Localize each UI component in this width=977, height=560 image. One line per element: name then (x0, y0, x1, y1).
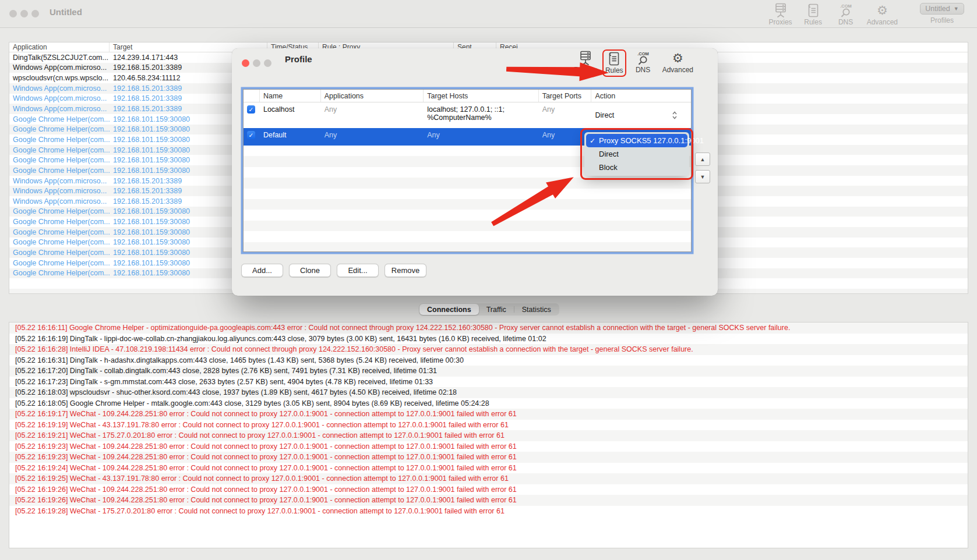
connection-app: Google Chrome Helper(com... (9, 166, 110, 175)
connection-app: Google Chrome Helper(com... (9, 228, 110, 236)
dialog-minimize-button[interactable] (253, 59, 260, 67)
profiles-dropdown-value: Untitled (925, 5, 950, 13)
view-tabs: ConnectionsTrafficStatistics (419, 303, 559, 316)
dialog-toolbar-label-rules: Rules (605, 67, 623, 75)
rules-column-header[interactable]: Target Ports (539, 90, 592, 102)
check-icon: ✓ (590, 137, 595, 145)
log-entry: [05.22 16:19:28] WeChat - 175.27.0.201:8… (9, 506, 968, 517)
minimize-button[interactable] (20, 10, 28, 17)
main-toolbar-item-rules[interactable]: Rules (802, 3, 825, 26)
tab-connections[interactable]: Connections (419, 304, 479, 315)
profiles-dropdown[interactable]: Untitled ▼ (920, 3, 964, 15)
remove-button[interactable]: Remove (385, 264, 426, 277)
log-entry: [05.22 16:19:26] WeChat - 109.244.228.25… (9, 495, 968, 506)
rule-action: Direct (591, 102, 691, 128)
log-entry: [05.22 16:18:03] wpscloudsvr - shuc-othe… (9, 387, 968, 398)
add-button[interactable]: Add... (241, 264, 283, 277)
action-menu-item[interactable]: ✓Proxy SOCKS5 127.0.0.1:9001 (586, 134, 687, 147)
connection-app: Windows App(com.microso... (9, 187, 110, 195)
connection-app: Google Chrome Helper(com... (9, 136, 110, 144)
rule-row[interactable]: ✓LocalhostAnylocalhost; 127.0.0.1; ::1; … (244, 102, 691, 128)
main-toolbar-item-proxies[interactable]: Proxies (769, 3, 792, 26)
connection-app: Google Chrome Helper(com... (9, 269, 110, 277)
dialog-toolbar-label-proxies: Proxies (574, 66, 597, 74)
proxies-icon (774, 3, 788, 18)
clone-button[interactable]: Clone (289, 264, 331, 277)
log-entry: [05.22 16:16:19] DingTalk - lippi-doc-we… (9, 334, 968, 345)
dialog-toolbar-item-advanced[interactable]: ⚙Advanced (662, 51, 693, 74)
main-toolbar-label-rules: Rules (804, 19, 822, 26)
log-entry: [05.22 16:19:26] WeChat - 109.244.228.25… (9, 484, 968, 495)
profile-dialog: Profile ProxiesRules.COMDNS⚙Advanced Nam… (232, 48, 718, 296)
connection-app: Windows App(com.microso... (9, 63, 110, 72)
action-menu-item-label: Proxy SOCKS5 127.0.0.1:9001 (599, 136, 704, 145)
rule-name: Default (260, 128, 321, 146)
rules-column-header[interactable]: Name (260, 90, 321, 102)
gear-icon: ⚙ (877, 3, 888, 18)
log-entry: [05.22 16:19:17] WeChat - 109.244.228.25… (9, 409, 968, 420)
action-menu-item[interactable]: Direct (586, 147, 687, 161)
connection-app: Windows App(com.microso... (9, 105, 110, 113)
connection-app: Google Chrome Helper(com... (9, 115, 110, 123)
rule-target-hosts: Any (424, 128, 538, 146)
connection-app: Google Chrome Helper(com... (9, 249, 110, 257)
zoom-button[interactable] (31, 10, 39, 17)
connection-app: Windows App(com.microso... (9, 177, 110, 185)
conn-column-header[interactable]: Application (9, 42, 110, 52)
dialog-toolbar-item-dns[interactable]: .COMDNS (632, 51, 655, 74)
rules-column-header[interactable]: Target Hosts (424, 90, 538, 102)
svg-text:.COM: .COM (637, 51, 649, 56)
connection-app: Windows App(com.microso... (9, 197, 110, 205)
main-titlebar: Untitled ProxiesRules.COMDNS⚙Advanced Un… (0, 0, 977, 28)
dialog-toolbar: ProxiesRules.COMDNS⚙Advanced (574, 51, 693, 75)
window-title: Untitled (50, 7, 82, 17)
log-entry: [05.22 16:19:25] WeChat - 43.137.191.78:… (9, 473, 968, 484)
rule-action-value: Direct (595, 111, 614, 119)
move-rule-down-button[interactable]: ▼ (695, 170, 710, 183)
log-entry: [05.22 16:16:31] DingTalk - h-adashx.din… (9, 355, 968, 366)
log-entry: [05.22 16:17:23] DingTalk - s-gm.mmstat.… (9, 377, 968, 388)
main-toolbar-item-dns[interactable]: .COMDNS (834, 3, 858, 26)
main-toolbar-label-proxies: Proxies (769, 19, 792, 26)
dialog-toolbar-item-rules[interactable]: Rules (602, 49, 626, 77)
main-toolbar: ProxiesRules.COMDNS⚙Advanced Untitled ▼ … (769, 3, 964, 26)
tab-statistics[interactable]: Statistics (514, 304, 559, 315)
chevron-down-icon: ▼ (954, 6, 959, 12)
connection-app: Google Chrome Helper(com... (9, 156, 110, 164)
move-rule-up-button[interactable]: ▲ (695, 153, 710, 166)
action-menu-item-label: Direct (599, 150, 619, 158)
dns-icon: .COM (838, 3, 853, 18)
connection-app: Google Chrome Helper(com... (9, 238, 110, 246)
connection-app: wpscloudsvr(cn.wps.wpsclo... (9, 74, 110, 82)
action-popup-stepper-icon[interactable] (672, 111, 677, 121)
log-entry: [05.22 16:19:23] WeChat - 109.244.228.25… (9, 452, 968, 463)
main-toolbar-item-advanced[interactable]: ⚙Advanced (867, 3, 898, 26)
dialog-toolbar-item-proxies[interactable]: Proxies (574, 51, 597, 74)
svg-text:.COM: .COM (840, 3, 852, 9)
rule-checkbox[interactable]: ✓ (247, 131, 255, 139)
gear-glyph: ⚙ (877, 3, 888, 17)
down-arrow-icon: ▼ (700, 174, 706, 180)
close-button[interactable] (9, 10, 17, 17)
log-entry: [05.22 16:19:23] WeChat - 109.244.228.25… (9, 441, 968, 452)
dialog-close-button[interactable] (242, 59, 249, 67)
rule-checkbox[interactable]: ✓ (247, 105, 255, 114)
rules-column-header[interactable]: Action (591, 90, 691, 102)
tab-traffic[interactable]: Traffic (479, 304, 514, 315)
connection-app: Google Chrome Helper(com... (9, 207, 110, 215)
dialog-toolbar-label-advanced: Advanced (662, 66, 693, 74)
log-area[interactable]: [05.22 16:16:11] Google Chrome Helper - … (9, 322, 968, 548)
log-entry: [05.22 16:16:11] Google Chrome Helper - … (9, 322, 968, 334)
rules-column-checkbox[interactable] (244, 90, 260, 102)
log-entry: [05.22 16:19:21] WeChat - 175.27.0.201:8… (9, 430, 968, 441)
dialog-title: Profile (285, 54, 312, 64)
action-menu-item[interactable]: Block (586, 161, 687, 174)
dialog-zoom-button[interactable] (264, 59, 271, 67)
rule-applications: Any (321, 102, 424, 128)
up-arrow-icon: ▲ (700, 157, 706, 162)
edit-button[interactable]: Edit... (337, 264, 379, 277)
connection-app: Google Chrome Helper(com... (9, 259, 110, 267)
log-entry: [05.22 16:18:05] Google Chrome Helper - … (9, 398, 968, 409)
main-toolbar-label-dns: DNS (838, 19, 853, 26)
rules-column-header[interactable]: Applications (321, 90, 424, 102)
